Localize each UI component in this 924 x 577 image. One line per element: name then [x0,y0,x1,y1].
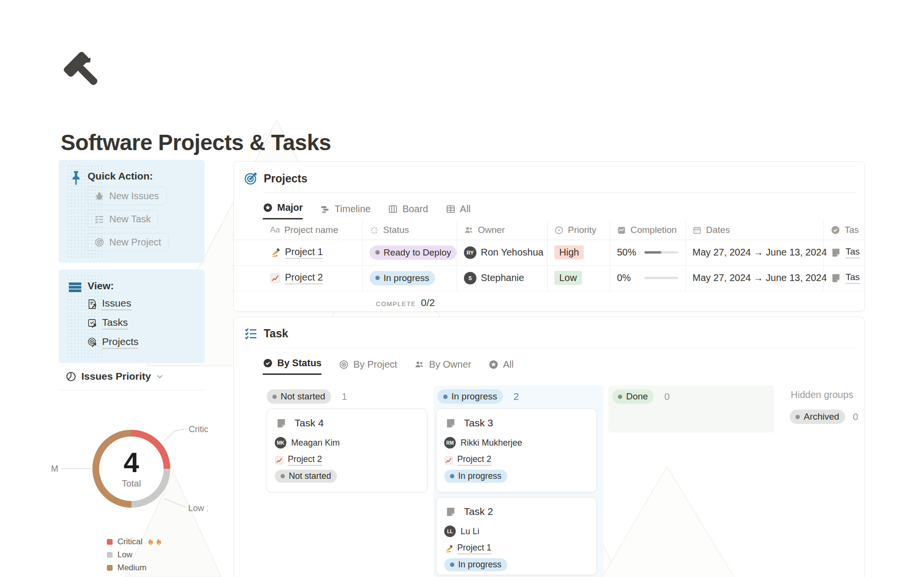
tasks-cell[interactable]: Tas [831,265,860,291]
projects-footer[interactable]: COMPLETE 0/2 [376,297,435,308]
status-burst-icon [370,226,379,235]
issues-priority-header[interactable]: Issues Priority [65,371,164,382]
tab-all[interactable]: All [446,204,471,219]
task-card-project[interactable]: Project 2 [275,454,322,466]
tab-board[interactable]: Board [388,204,428,219]
status-label: Not started [289,471,331,481]
completion-cell[interactable]: 0% [617,265,678,291]
flame-icon [147,538,163,546]
task-card-task-3[interactable]: Task 3 RM Rikki Mukherjee Project 2 In p… [436,409,597,492]
completion-pct: 50% [617,247,640,258]
legend-item-medium: Medium [107,563,163,573]
owner-cell[interactable]: RY Ron Yehoshua [464,240,543,265]
column-completion[interactable]: Completion [617,220,677,240]
new-task-button[interactable]: New Task [87,210,158,228]
tab-label: Timeline [334,204,371,215]
task-card-task-4[interactable]: Task 4 MK Meagan Kim Project 2 Not start… [267,409,427,492]
column-project-name[interactable]: Aa Project name [270,220,338,240]
task-card-project[interactable]: Project 2 [444,454,491,466]
document-arrow-icon [87,298,98,310]
chart-increasing-icon [275,456,284,465]
tab-timeline[interactable]: Timeline [320,204,371,219]
divider [263,348,856,348]
view-link-issues[interactable]: Issues [87,297,131,310]
task-card-status: Not started [275,470,337,483]
check-circle-icon [263,358,273,368]
view-title: View: [88,280,114,292]
status-dot [796,415,800,419]
owner-cell[interactable]: S Stephanie [464,265,524,291]
project-link[interactable]: Project 2 [457,454,491,466]
task-link[interactable]: Tas [846,246,860,258]
task-card-owner: LL Lu Li [444,526,479,537]
tab-by-project[interactable]: By Project [339,359,397,375]
status-dot [618,395,622,399]
status-dot [375,276,380,280]
column-tasks[interactable]: Tas [831,220,859,240]
project-link[interactable]: Project 2 [285,272,323,284]
legend-item-low: Low [107,550,163,560]
column-header-done[interactable]: Done 0 [612,389,670,404]
date-range: May 27, 2024 → June 13, 2024 [693,272,827,283]
tasks-cell[interactable]: Tas [831,240,860,265]
new-issues-button[interactable]: New Issues [87,187,167,205]
task-card-title: Task 2 [464,506,493,517]
column-dates[interactable]: Dates [693,220,730,240]
status-dot [443,395,448,399]
owner-name: Ron Yehoshua [481,247,543,258]
progress-chart-icon [617,226,626,235]
task-card-status: In progress [444,470,507,483]
project-name-cell[interactable]: Project 2 [270,265,323,291]
priority-cell[interactable]: Low [554,265,582,291]
new-project-button[interactable]: New Project [87,233,169,251]
priority-cell[interactable]: High [554,240,584,265]
project-link[interactable]: Project 1 [285,246,323,259]
status-label: In progress [384,273,429,283]
view-link-projects[interactable]: Projects [87,336,139,349]
check-circle-icon [831,225,840,235]
tab-by-owner[interactable]: By Owner [414,359,471,375]
completion-cell[interactable]: 50% [617,240,678,265]
status-cell[interactable]: Ready to Deploy [370,240,457,265]
pie-chart-icon [65,371,77,382]
dates-cell[interactable]: May 27, 2024 → June 13, 2024 [693,240,827,265]
table-row-project-2[interactable]: Project 2 In progress S Stephanie Low 0%… [234,265,864,291]
group-count: 0 [664,391,669,402]
view-issues-label: Issues [102,297,131,310]
target-dart-icon [244,171,258,186]
tab-all[interactable]: All [488,359,513,375]
column-owner[interactable]: Owner [464,220,505,240]
view-link-tasks[interactable]: Tasks [87,317,128,330]
task-card-project[interactable]: Project 1 [444,543,491,554]
tab-label: By Status [277,358,321,369]
column-priority[interactable]: Priority [554,220,596,240]
project-link[interactable]: Project 1 [457,543,491,554]
task-link[interactable]: Tas [846,272,860,284]
writing-hand-icon [444,544,453,553]
hidden-group-archived[interactable]: Archived 0 [790,410,863,424]
progress-bar [644,277,678,279]
project-link[interactable]: Project 2 [288,454,322,466]
column-header-in-progress[interactable]: In progress 2 [437,389,519,404]
status-cell[interactable]: In progress [370,265,435,291]
progress-bar [644,251,678,254]
project-name-cell[interactable]: Project 1 [270,240,323,265]
group-label: In progress [451,391,497,402]
table-row-project-1[interactable]: Project 1 Ready to Deploy RY Ron Yehoshu… [234,240,864,266]
text-icon: Aa [270,225,280,235]
owner-name: Stephanie [481,272,524,283]
legend-label: Low [117,550,132,560]
dates-cell[interactable]: May 27, 2024 → June 13, 2024 [693,265,827,291]
view-tasks-label: Tasks [102,317,128,330]
column-status[interactable]: Status [370,220,409,240]
column-header-not-started[interactable]: Not started 1 [267,389,347,404]
tab-major[interactable]: Major [263,202,303,219]
quick-action-title: Quick Action: [88,170,153,182]
status-label: In progress [458,560,501,570]
task-card-task-2[interactable]: Task 2 LL Lu Li Project 1 In progress [436,497,597,575]
chart-callout-medium: M [51,464,58,474]
tab-by-status[interactable]: By Status [263,358,321,375]
list-icon [69,282,81,293]
task-title: Task [264,327,288,340]
completion-pct: 0% [617,272,640,283]
